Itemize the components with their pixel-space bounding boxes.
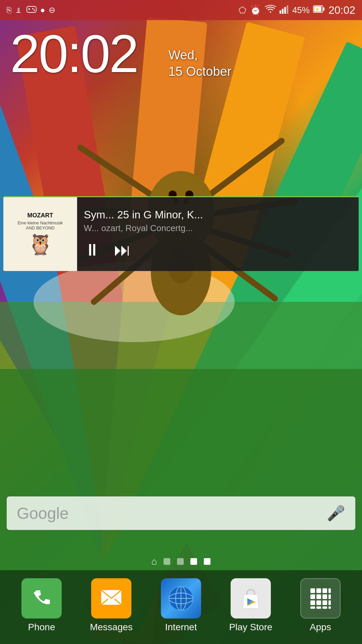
svg-rect-30 [280,10,281,14]
svg-rect-63 [310,606,315,609]
svg-rect-31 [282,9,284,14]
album-owl-decoration: 🦉 [28,232,53,256]
page-indicators: ⌂ [0,556,362,567]
svg-rect-25 [27,6,36,12]
svg-rect-52 [316,588,321,593]
status-right-icons: ⬠ ⏰ 45% ⚡ [239,4,355,16]
svg-rect-36 [323,7,324,11]
dock-item-phone[interactable]: Phone [11,578,72,633]
svg-rect-64 [316,606,321,609]
page-dot-3 [190,558,197,565]
music-title: Sym... 25 in G Minor, K... [84,209,352,221]
dock-item-internet[interactable]: Internet [151,578,211,633]
svg-rect-57 [322,594,327,599]
dock-item-messages[interactable]: Messages [81,578,141,633]
dock-item-playstore[interactable]: Play Store [221,578,281,633]
home-page-indicator: ⌂ [152,556,157,567]
signal-icon [280,4,289,16]
status-time: 20:02 [328,4,355,16]
apps-icon [300,578,341,619]
mic-icon[interactable]: 🎤 [327,504,345,522]
phone-label: Phone [28,622,55,633]
phone-icon [21,578,62,619]
internet-label: Internet [165,622,197,633]
music-info: Sym... 25 in G Minor, K... W... ozart, R… [77,203,359,265]
svg-rect-54 [328,588,331,593]
play-pause-button[interactable]: ⏸ [84,240,101,260]
google-logo: Google [17,504,69,523]
alarm-icon: ⏰ [250,5,261,16]
usb-icon: ⫫ [15,5,23,15]
wifi-icon [265,4,276,16]
status-bar: ⎘ ⫫ ● ⊖ ⬠ ⏰ [0,0,362,20]
page-dot-4 [204,558,210,565]
playstore-label: Play Store [229,622,272,633]
svg-rect-51 [310,588,315,593]
svg-rect-61 [322,600,327,605]
clock-date-text: Wed,15 October [168,48,231,78]
svg-rect-66 [328,606,331,609]
search-bar[interactable]: Google 🎤 [7,496,355,530]
svg-rect-65 [322,606,327,609]
next-track-button[interactable]: ⏭ [114,240,131,260]
playstore-icon [231,578,271,619]
messages-icon [91,578,131,619]
internet-icon [161,578,201,619]
album-subtitle: Eine kleine NachtmusikAND BEYOND [17,220,63,230]
battery-percentage: 45% [292,5,310,15]
messages-label: Messages [90,622,133,633]
album-title: MOZART [27,212,53,219]
svg-point-26 [32,8,34,9]
page-dot-1 [164,558,170,565]
svg-rect-55 [310,594,315,599]
svg-rect-59 [310,600,315,605]
clock-date: Wed,15 October [168,47,231,80]
svg-rect-58 [328,594,331,599]
apps-label: Apps [310,622,331,633]
bluetooth-icon: ⬠ [239,5,246,15]
spotify-icon: ● [40,5,45,15]
svg-point-27 [34,9,35,11]
svg-rect-32 [284,7,286,14]
dnd-icon: ⊖ [49,5,55,15]
svg-rect-29 [28,9,30,9]
music-player-notification[interactable]: MOZART Eine kleine NachtmusikAND BEYOND … [3,196,359,271]
svg-rect-60 [316,600,321,605]
svg-line-14 [201,141,282,201]
svg-text:⚡: ⚡ [315,7,320,12]
game-icon [26,4,37,16]
svg-rect-53 [322,588,327,593]
dock: Phone Messages Internet [0,570,362,644]
svg-rect-49 [249,592,253,595]
svg-rect-56 [316,594,321,599]
svg-line-10 [80,148,161,201]
svg-rect-33 [287,5,288,14]
album-art: MOZART Eine kleine NachtmusikAND BEYOND … [3,197,77,271]
music-artist: W... ozart, Royal Concertg... [84,223,352,233]
sim-icon: ⎘ [7,5,11,15]
dock-item-apps[interactable]: Apps [290,578,351,633]
svg-rect-62 [328,600,331,605]
clock-widget: 20:02 Wed,15 October [10,27,137,80]
music-controls[interactable]: ⏸ ⏭ [84,240,352,260]
status-left-icons: ⎘ ⫫ ● ⊖ [7,4,55,16]
clock-time: 20:02 [10,27,137,80]
battery-icon: ⚡ [313,4,325,16]
page-dot-2 [177,558,184,565]
